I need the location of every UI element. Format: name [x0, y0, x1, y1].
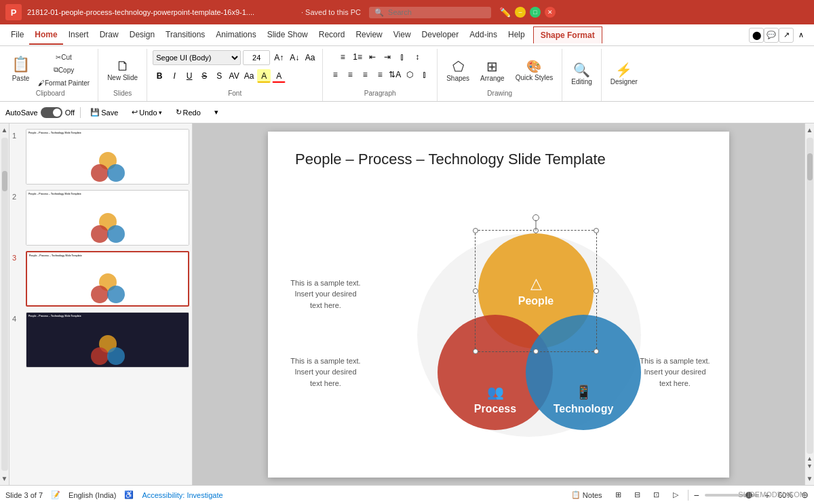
font-case-button[interactable]: Aa — [242, 69, 256, 83]
slide-preview-3[interactable]: People – Process – Technology Slide Temp… — [26, 251, 189, 307]
scroll-up-right[interactable]: ▲ — [804, 123, 814, 136]
zoom-out-button[interactable]: − — [694, 490, 699, 501]
undo-button[interactable]: ↩ Undo ▾ — [128, 106, 166, 118]
slide-preview-1[interactable]: People – Process – Technology Slide Temp… — [26, 129, 189, 185]
sample-text-left2[interactable]: This is a sample text.Insert your desire… — [288, 355, 363, 389]
slide-preview-2[interactable]: People – Process – Technology Slide Temp… — [26, 190, 189, 246]
tab-file[interactable]: File — [5, 26, 29, 45]
justify-button[interactable]: ≡ — [373, 68, 387, 81]
tab-insert[interactable]: Insert — [63, 26, 94, 45]
title-bar: P 21812-01-people-process-technology-pow… — [0, 0, 814, 24]
decrease-indent-button[interactable]: ⇤ — [366, 50, 379, 64]
underline-button[interactable]: U — [182, 69, 196, 83]
arrange-button[interactable]: ⊞ Arrange — [477, 52, 508, 88]
numbering-button[interactable]: 1≡ — [351, 50, 364, 64]
font-family-select[interactable]: Segoe UI (Body) — [153, 50, 241, 65]
sample-text-right[interactable]: This is a sample text.Insert your desire… — [634, 355, 716, 389]
increase-font-button[interactable]: A↑ — [272, 51, 286, 64]
minimize-button[interactable]: – — [515, 7, 526, 18]
slide-thumb-1[interactable]: 1 People – Process – Technology Slide Te… — [12, 129, 189, 185]
scroll-down-right[interactable]: ▼ — [804, 472, 814, 485]
add-or-remove-columns-button[interactable]: ⫿ — [418, 68, 431, 81]
align-center-button[interactable]: ≡ — [343, 68, 357, 81]
copy-button[interactable]: ⧉ Copy — [35, 64, 92, 76]
font-size-input[interactable] — [243, 50, 270, 65]
handle-tr[interactable] — [594, 228, 599, 233]
redo-button[interactable]: ↻ Redo — [172, 106, 205, 118]
customize-qa-button[interactable]: ▾ — [210, 106, 222, 118]
slide-preview-4[interactable]: People – Process – Technology Slide Temp… — [26, 312, 189, 368]
pen-icon[interactable]: ✏️ — [499, 7, 511, 18]
tab-help[interactable]: Help — [503, 26, 530, 45]
slide-thumb-2[interactable]: 2 People – Process – Technology Slide Te… — [12, 190, 189, 246]
tab-animations[interactable]: Animations — [210, 26, 261, 45]
tab-review[interactable]: Review — [350, 26, 387, 45]
bold-button[interactable]: B — [153, 69, 166, 83]
normal-view-button[interactable]: ⊞ — [612, 488, 625, 502]
slide-sorter-button[interactable]: ⊟ — [631, 488, 644, 502]
tab-draw[interactable]: Draw — [94, 26, 124, 45]
new-slide-button[interactable]: 🗋 New Slide — [104, 52, 141, 88]
maximize-button[interactable]: □ — [530, 7, 541, 18]
shadow-button[interactable]: S — [212, 69, 226, 83]
slide-canvas[interactable]: People – Process – Technology Slide Temp… — [268, 132, 729, 478]
sample-text-left[interactable]: This is a sample text.Insert your desire… — [288, 277, 363, 311]
format-painter-button[interactable]: 🖌 Format Painter — [35, 77, 92, 89]
tab-design[interactable]: Design — [124, 26, 160, 45]
decrease-font-button[interactable]: A↓ — [288, 51, 301, 64]
rotate-handle[interactable] — [532, 214, 539, 221]
scroll-up-small[interactable]: ▲ — [807, 455, 813, 462]
tab-view[interactable]: View — [388, 26, 416, 45]
clear-format-button[interactable]: Aa — [303, 51, 317, 64]
search-icon: 🔍 — [374, 8, 384, 17]
scroll-down-small[interactable]: ▼ — [807, 463, 813, 469]
handle-tl[interactable] — [473, 228, 478, 233]
convert-to-smartart-button[interactable]: ⬡ — [403, 68, 416, 81]
record-icon[interactable]: ⬤ — [749, 28, 764, 43]
increase-indent-button[interactable]: ⇥ — [381, 50, 394, 64]
shapes-button[interactable]: ⬠ Shapes — [443, 52, 473, 88]
align-right-button[interactable]: ≡ — [358, 68, 372, 81]
character-spacing-button[interactable]: AV — [227, 69, 241, 83]
line-spacing-button[interactable]: ↕ — [410, 50, 424, 64]
slide-info: Slide 3 of 7 — [5, 491, 43, 499]
autosave-toggle[interactable] — [41, 107, 62, 118]
bullets-button[interactable]: ≡ — [336, 50, 349, 64]
right-scroll-thumb[interactable] — [807, 153, 813, 180]
slide-thumb-4[interactable]: 4 People – Process – Technology Slide Te… — [12, 312, 189, 368]
reading-view-button[interactable]: ⊡ — [650, 488, 663, 502]
close-button[interactable]: ✕ — [545, 7, 556, 18]
share-icon[interactable]: ↗ — [779, 28, 794, 43]
tab-slideshow[interactable]: Slide Show — [262, 26, 313, 45]
tab-transitions[interactable]: Transitions — [160, 26, 210, 45]
strikethrough-button[interactable]: S — [197, 69, 211, 83]
designer-button[interactable]: ⚡ Designer — [607, 56, 641, 92]
scroll-arrows-cluster: ▲ ▼ — [807, 455, 813, 469]
highlight-button[interactable]: A — [257, 69, 271, 83]
text-direction-button[interactable]: ⇅A — [388, 68, 402, 81]
scroll-thumb[interactable] — [2, 171, 7, 191]
handle-tm[interactable] — [533, 228, 539, 233]
align-left-button[interactable]: ≡ — [328, 68, 342, 81]
tab-addins[interactable]: Add-ins — [464, 26, 503, 45]
ribbon-collapse-icon[interactable]: ∧ — [794, 28, 809, 43]
comment-icon[interactable]: 💬 — [764, 28, 779, 43]
slideshow-button[interactable]: ▷ — [669, 488, 682, 502]
paragraph-group: ≡ 1≡ ⇤ ⇥ ⫿ ↕ ≡ ≡ ≡ ≡ ⇅A ⬡ ⫿ Paragraph — [323, 49, 438, 101]
editing-button[interactable]: 🔍 Editing — [568, 56, 596, 92]
tab-home[interactable]: Home — [29, 26, 62, 45]
circle-technology[interactable]: 📱 Technology — [526, 315, 641, 430]
columns-button[interactable]: ⫿ — [395, 50, 409, 64]
cut-button[interactable]: ✂ Cut — [35, 51, 92, 63]
italic-button[interactable]: I — [168, 69, 181, 83]
paste-button[interactable]: 📋 Paste — [8, 50, 33, 87]
save-button[interactable]: 💾 Save — [86, 106, 122, 118]
quick-styles-button[interactable]: 🎨 Quick Styles — [512, 52, 557, 88]
slide-thumb-3[interactable]: 3 People – Process – Technology Slide Te… — [12, 251, 189, 307]
font-color-button[interactable]: A — [272, 69, 286, 83]
notes-button[interactable]: 📋 Notes — [567, 489, 606, 501]
search-input[interactable] — [388, 8, 476, 16]
tab-developer[interactable]: Developer — [416, 26, 465, 45]
tab-shape-format[interactable]: Shape Format — [533, 26, 602, 43]
tab-record[interactable]: Record — [313, 26, 351, 45]
